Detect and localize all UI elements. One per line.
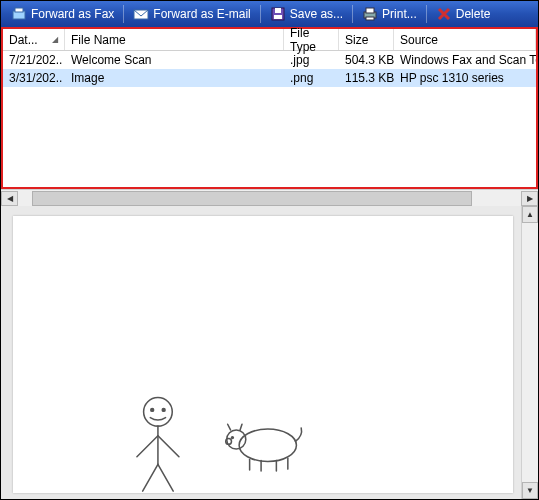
scroll-thumb[interactable] [32,191,472,206]
column-size[interactable]: Size [339,29,394,50]
svg-rect-4 [275,8,281,13]
print-label: Print... [382,7,417,21]
column-file-name-label: File Name [71,33,126,47]
scanned-image [13,216,513,493]
scroll-left-button[interactable]: ◀ [1,191,18,206]
cell-source: Windows Fax and Scan Team [394,52,536,68]
preview-viewport [1,206,521,499]
print-icon [362,6,378,22]
forward-fax-button[interactable]: Forward as Fax [5,4,120,24]
cell-file-type: .png [284,70,339,86]
cell-date: 3/31/202.. [3,70,65,86]
cell-file-name: Image [65,70,284,86]
cell-size: 115.3 KB [339,70,394,86]
save-as-label: Save as... [290,7,343,21]
column-headers: Dat... ◢ File Name File Type Size Source [3,29,536,51]
column-file-type-label: File Type [290,26,332,54]
svg-line-13 [137,436,158,457]
column-source-label: Source [400,33,438,47]
svg-rect-7 [366,8,374,13]
svg-line-21 [228,424,231,430]
cell-file-type: .jpg [284,52,339,68]
sketch-drawing [13,216,513,493]
forward-email-label: Forward as E-mail [153,7,250,21]
svg-rect-8 [366,17,374,20]
table-row[interactable]: 7/21/202.. Welcome Scan .jpg 504.3 KB Wi… [3,51,536,69]
forward-fax-label: Forward as Fax [31,7,114,21]
toolbar-separator [426,5,427,23]
email-icon [133,6,149,22]
scroll-down-button[interactable]: ▼ [522,482,538,499]
toolbar: Forward as Fax Forward as E-mail Save as… [1,1,538,27]
column-source[interactable]: Source [394,29,536,50]
column-file-name[interactable]: File Name [65,29,284,50]
svg-line-15 [143,464,158,491]
toolbar-separator [123,5,124,23]
sort-descending-icon: ◢ [52,35,58,44]
svg-rect-1 [15,8,23,12]
scroll-up-button[interactable]: ▲ [522,206,538,223]
delete-label: Delete [456,7,491,21]
toolbar-separator [352,5,353,23]
column-size-label: Size [345,33,368,47]
svg-line-16 [158,464,173,491]
table-row[interactable]: 3/31/202.. Image .png 115.3 KB HP psc 13… [3,69,536,87]
delete-icon [436,6,452,22]
svg-point-17 [239,429,296,461]
forward-email-button[interactable]: Forward as E-mail [127,4,256,24]
delete-button[interactable]: Delete [430,4,497,24]
toolbar-separator [260,5,261,23]
column-date[interactable]: Dat... ◢ [3,29,65,50]
vertical-scrollbar[interactable]: ▲ ▼ [521,206,538,499]
scroll-right-button[interactable]: ▶ [521,191,538,206]
scroll-track[interactable] [522,223,538,482]
print-button[interactable]: Print... [356,4,423,24]
horizontal-scrollbar[interactable]: ◀ ▶ [1,189,538,206]
preview-pane: ▲ ▼ [1,206,538,499]
cell-date: 7/21/202.. [3,52,65,68]
save-as-button[interactable]: Save as... [264,4,349,24]
column-file-type[interactable]: File Type [284,29,339,50]
fax-icon [11,6,27,22]
cell-file-name: Welcome Scan [65,52,284,68]
svg-point-10 [151,408,154,411]
save-icon [270,6,286,22]
scan-list: Dat... ◢ File Name File Type Size Source… [1,27,538,189]
column-date-label: Dat... [9,33,38,47]
cell-source: HP psc 1310 series [394,70,536,86]
svg-line-14 [158,436,179,457]
cell-size: 504.3 KB [339,52,394,68]
svg-point-9 [144,397,173,426]
svg-point-20 [231,437,233,439]
svg-line-22 [240,424,242,430]
scroll-track[interactable] [18,191,521,206]
list-rows: 7/21/202.. Welcome Scan .jpg 504.3 KB Wi… [3,51,536,187]
svg-rect-5 [274,15,282,19]
svg-point-11 [162,408,165,411]
